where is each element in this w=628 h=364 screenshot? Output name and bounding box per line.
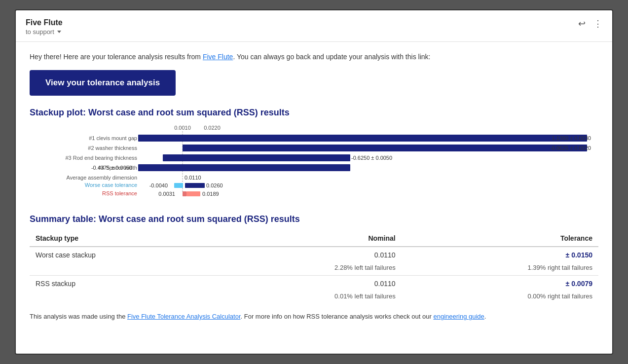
svg-rect-10 — [163, 154, 350, 161]
svg-text:#3 Rod end bearing thickness: #3 Rod end bearing thickness — [65, 155, 137, 161]
table-row: RSS stackup 0.0110 ± 0.0079 — [30, 276, 598, 292]
row-tolerance-rss: ± 0.0079 — [402, 276, 598, 292]
email-from: Five Flute — [26, 18, 63, 27]
svg-text:0.0260: 0.0260 — [206, 182, 223, 188]
svg-rect-13 — [138, 164, 350, 171]
row-sub-tolerance-rss: 0.00% right tail failures — [402, 291, 598, 304]
email-to: to support — [26, 28, 63, 36]
row-sub-type-rss — [30, 291, 215, 304]
svg-text:1.1360 ± 0.0030: 1.1360 ± 0.0030 — [552, 135, 591, 141]
row-type-rss: RSS stackup — [30, 276, 215, 292]
five-flute-link[interactable]: Five Flute — [203, 53, 233, 61]
summary-section: Summary table: Worst case and root sum s… — [30, 214, 598, 304]
reply-icon[interactable]: ↩ — [578, 18, 586, 29]
col-header-type: Stackup type — [30, 230, 215, 247]
svg-rect-4 — [138, 135, 587, 142]
svg-text:RSS tolerance: RSS tolerance — [102, 190, 137, 196]
svg-text:-0.4375 ± 0.0050: -0.4375 ± 0.0050 — [91, 165, 132, 171]
email-to-label: to support — [26, 28, 54, 36]
footer-end: . — [484, 313, 486, 320]
svg-text:Worse case tolerance: Worse case tolerance — [85, 182, 137, 188]
table-row: Worst case stackup 0.0110 ± 0.0150 — [30, 247, 598, 263]
email-body: Hey there! Here are your tolerance analy… — [16, 42, 612, 331]
row-nominal-rss: 0.0110 — [215, 276, 402, 292]
svg-text:0.0220: 0.0220 — [204, 125, 221, 131]
svg-rect-18 — [174, 183, 183, 188]
svg-text:-0.6250 ± 0.0050: -0.6250 ± 0.0050 — [351, 155, 392, 161]
intro-paragraph: Hey there! Here are your tolerance analy… — [30, 52, 598, 62]
email-header-left: Five Flute to support — [26, 18, 63, 36]
email-container: Five Flute to support ↩ ⋮ Hey there! Her… — [15, 9, 613, 355]
svg-text:0.0010: 0.0010 — [174, 125, 191, 131]
svg-text:0.0189: 0.0189 — [202, 191, 219, 197]
svg-text:-0.0625 ± 0.0020: -0.0625 ± 0.0020 — [550, 145, 591, 151]
email-header-right: ↩ ⋮ — [578, 18, 602, 29]
more-icon[interactable]: ⋮ — [593, 18, 602, 29]
table-row-sub: 0.01% left tail failures 0.00% right tai… — [30, 291, 598, 304]
svg-text:0.0110: 0.0110 — [185, 175, 201, 181]
summary-section-title: Summary table: Worst case and root sum s… — [30, 214, 598, 224]
table-header-row: Stackup type Nominal Tolerance — [30, 230, 598, 247]
col-header-tolerance: Tolerance — [402, 230, 598, 247]
svg-rect-23 — [183, 191, 186, 196]
footer-link-guide[interactable]: engineering guide — [433, 313, 484, 320]
row-nominal-wc: 0.0110 — [215, 247, 402, 263]
chart-section-title: Stackup plot: Worst case and root sum sq… — [30, 108, 598, 118]
footer-after-link: . For more info on how RSS tolerance ana… — [241, 313, 434, 320]
intro-text-before: Hey there! Here are your tolerance analy… — [30, 53, 203, 61]
row-sub-nominal-rss: 0.01% left tail failures — [215, 291, 402, 304]
svg-text:#1 clevis mount gap: #1 clevis mount gap — [89, 135, 137, 141]
row-type-wc: Worst case stackup — [30, 247, 215, 263]
svg-text:#2 washer thickness: #2 washer thickness — [88, 145, 137, 151]
email-header: Five Flute to support ↩ ⋮ — [16, 10, 612, 42]
footer-text: This analysis was made using the Five Fl… — [30, 312, 598, 322]
svg-text:Average assembly dimension: Average assembly dimension — [67, 175, 137, 181]
svg-text:0.0031: 0.0031 — [158, 191, 175, 197]
summary-table: Stackup type Nominal Tolerance Worst cas… — [30, 230, 598, 304]
cta-button[interactable]: View your tolerance analysis — [30, 70, 176, 96]
footer-link-calculator[interactable]: Five Flute Tolerance Analysis Calculator — [127, 313, 241, 320]
table-row-sub: 2.28% left tail failures 1.39% right tai… — [30, 263, 598, 276]
col-header-nominal: Nominal — [215, 230, 402, 247]
svg-rect-7 — [183, 145, 587, 151]
svg-text:-0.0040: -0.0040 — [149, 182, 168, 188]
chart-section: Stackup plot: Worst case and root sum sq… — [30, 108, 598, 202]
svg-rect-19 — [185, 183, 205, 188]
row-sub-tolerance-wc: 1.39% right tail failures — [402, 263, 598, 276]
stackup-chart: 0.0010 0.0220 #1 clevis mount gap 1.1360… — [30, 124, 598, 200]
intro-text-after: . You can always go back and update your… — [233, 53, 430, 61]
row-sub-type-wc — [30, 263, 215, 276]
svg-rect-24 — [186, 191, 200, 196]
dropdown-icon[interactable] — [57, 31, 61, 33]
row-sub-nominal-wc: 2.28% left tail failures — [215, 263, 402, 276]
footer-before-link: This analysis was made using the — [30, 313, 127, 320]
chart-area: 0.0010 0.0220 #1 clevis mount gap 1.1360… — [30, 124, 598, 202]
row-tolerance-wc: ± 0.0150 — [402, 247, 598, 263]
